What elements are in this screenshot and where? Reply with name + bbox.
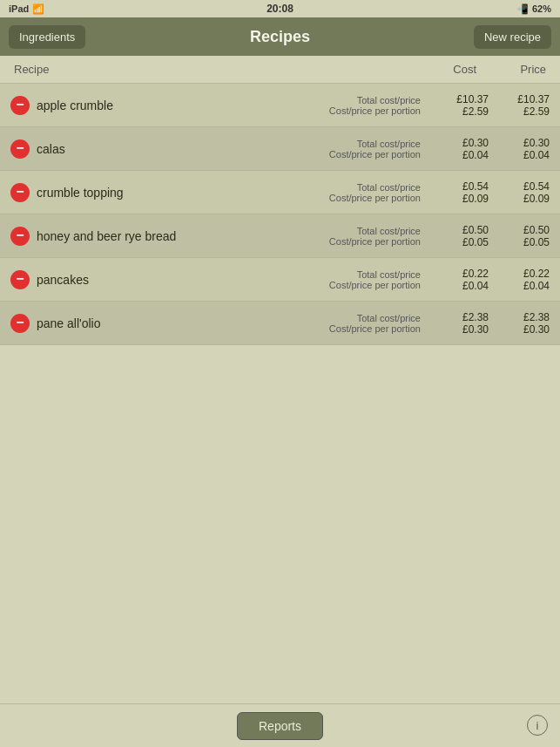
table-row: − apple crumble Total cost/price Cost/pr… bbox=[0, 84, 560, 127]
portion-label: Cost/price per portion bbox=[329, 193, 421, 203]
minus-icon: − bbox=[16, 228, 24, 242]
recipe-name: crumble topping bbox=[37, 186, 329, 200]
battery-percent: 62% bbox=[532, 3, 551, 14]
wifi-icon: 📶 bbox=[32, 3, 44, 15]
total-price: £0.30 bbox=[523, 137, 550, 149]
recipe-name: calas bbox=[37, 142, 329, 156]
ingredients-button[interactable]: Ingredients bbox=[9, 25, 85, 49]
total-cost: £2.38 bbox=[462, 311, 489, 323]
recipe-detail-labels: Total cost/price Cost/price per portion bbox=[329, 313, 421, 334]
recipe-name: apple crumble bbox=[37, 98, 329, 112]
delete-recipe-button[interactable]: − bbox=[10, 227, 30, 246]
cost-column: £0.54 £0.09 bbox=[428, 180, 489, 205]
minus-icon: − bbox=[16, 185, 24, 199]
total-cost: £0.22 bbox=[462, 268, 489, 280]
portion-label: Cost/price per portion bbox=[329, 280, 421, 290]
bottom-bar: Reports i bbox=[0, 703, 560, 747]
bluetooth-icon: 📲 bbox=[516, 3, 529, 15]
total-cost: £0.54 bbox=[462, 180, 489, 193]
table-row: − honey and beer rye bread Total cost/pr… bbox=[0, 214, 560, 258]
total-label: Total cost/price bbox=[357, 313, 421, 323]
price-column: £0.22 £0.04 bbox=[489, 268, 550, 292]
nav-bar: Ingredients Recipes New recipe bbox=[0, 17, 560, 56]
column-headers: Recipe Cost Price bbox=[0, 56, 560, 84]
total-label: Total cost/price bbox=[357, 269, 421, 280]
portion-cost: £2.59 bbox=[462, 105, 489, 118]
portion-cost: £0.09 bbox=[462, 193, 489, 205]
total-label: Total cost/price bbox=[357, 95, 421, 105]
recipe-table: − apple crumble Total cost/price Cost/pr… bbox=[0, 84, 560, 345]
status-left: iPad 📶 bbox=[9, 3, 44, 15]
new-recipe-button[interactable]: New recipe bbox=[474, 25, 551, 49]
delete-recipe-button[interactable]: − bbox=[10, 139, 30, 159]
col-header-recipe: Recipe bbox=[14, 63, 407, 76]
delete-recipe-button[interactable]: − bbox=[10, 314, 30, 333]
cost-column: £2.38 £0.30 bbox=[428, 311, 489, 336]
total-price: £10.37 bbox=[517, 93, 550, 105]
table-row: − calas Total cost/price Cost/price per … bbox=[0, 127, 560, 171]
total-price: £0.54 bbox=[523, 180, 550, 193]
total-price: £0.50 bbox=[523, 224, 550, 236]
delete-recipe-button[interactable]: − bbox=[10, 270, 30, 289]
status-bar: iPad 📶 20:08 📲 62% bbox=[0, 0, 560, 17]
table-row: − pancakes Total cost/price Cost/price p… bbox=[0, 258, 560, 302]
portion-cost: £0.04 bbox=[462, 280, 489, 292]
minus-icon: − bbox=[16, 141, 24, 155]
total-label: Total cost/price bbox=[357, 226, 421, 236]
minus-icon: − bbox=[16, 272, 24, 286]
cost-column: £0.22 £0.04 bbox=[428, 268, 489, 292]
price-column: £10.37 £2.59 bbox=[489, 93, 550, 118]
price-column: £0.54 £0.09 bbox=[489, 180, 550, 205]
total-cost: £0.30 bbox=[462, 137, 489, 149]
total-cost: £10.37 bbox=[456, 93, 489, 105]
portion-label: Cost/price per portion bbox=[329, 236, 421, 247]
portion-price: £2.59 bbox=[523, 105, 550, 118]
table-row: − crumble topping Total cost/price Cost/… bbox=[0, 171, 560, 214]
table-row: − pane all'olio Total cost/price Cost/pr… bbox=[0, 302, 560, 345]
portion-cost: £0.05 bbox=[462, 236, 489, 248]
portion-cost: £0.30 bbox=[462, 323, 489, 336]
total-cost: £0.50 bbox=[462, 224, 489, 236]
device-label: iPad bbox=[9, 3, 29, 14]
total-label: Total cost/price bbox=[357, 182, 421, 193]
delete-recipe-button[interactable]: − bbox=[10, 183, 30, 202]
cost-column: £0.30 £0.04 bbox=[428, 137, 489, 161]
minus-icon: − bbox=[16, 316, 24, 329]
price-column: £0.30 £0.04 bbox=[489, 137, 550, 161]
portion-price: £0.30 bbox=[523, 323, 550, 336]
recipe-detail-labels: Total cost/price Cost/price per portion bbox=[329, 269, 421, 290]
portion-price: £0.05 bbox=[523, 236, 550, 248]
portion-price: £0.04 bbox=[523, 149, 550, 161]
recipe-detail-labels: Total cost/price Cost/price per portion bbox=[329, 182, 421, 203]
recipe-detail-labels: Total cost/price Cost/price per portion bbox=[329, 226, 421, 247]
portion-cost: £0.04 bbox=[462, 149, 489, 161]
info-icon[interactable]: i bbox=[527, 715, 548, 736]
cost-column: £10.37 £2.59 bbox=[428, 93, 489, 118]
reports-button[interactable]: Reports bbox=[237, 712, 323, 740]
portion-label: Cost/price per portion bbox=[329, 323, 421, 334]
col-header-cost: Cost bbox=[407, 63, 476, 76]
portion-label: Cost/price per portion bbox=[329, 149, 421, 160]
col-header-price: Price bbox=[476, 63, 546, 76]
status-time: 20:08 bbox=[267, 3, 293, 15]
total-price: £2.38 bbox=[523, 311, 550, 323]
minus-icon: − bbox=[16, 98, 24, 112]
cost-column: £0.50 £0.05 bbox=[428, 224, 489, 248]
portion-price: £0.04 bbox=[523, 280, 550, 292]
price-column: £2.38 £0.30 bbox=[489, 311, 550, 336]
status-right: 📲 62% bbox=[516, 3, 551, 15]
price-column: £0.50 £0.05 bbox=[489, 224, 550, 248]
portion-label: Cost/price per portion bbox=[329, 105, 421, 116]
page-title: Recipes bbox=[250, 28, 310, 46]
recipe-detail-labels: Total cost/price Cost/price per portion bbox=[329, 95, 421, 116]
recipe-name: pane all'olio bbox=[37, 316, 329, 330]
portion-price: £0.09 bbox=[523, 193, 550, 205]
total-price: £0.22 bbox=[523, 268, 550, 280]
total-label: Total cost/price bbox=[357, 139, 421, 149]
recipe-detail-labels: Total cost/price Cost/price per portion bbox=[329, 139, 421, 160]
delete-recipe-button[interactable]: − bbox=[10, 96, 30, 115]
recipe-name: honey and beer rye bread bbox=[37, 229, 329, 243]
recipe-name: pancakes bbox=[37, 273, 329, 287]
